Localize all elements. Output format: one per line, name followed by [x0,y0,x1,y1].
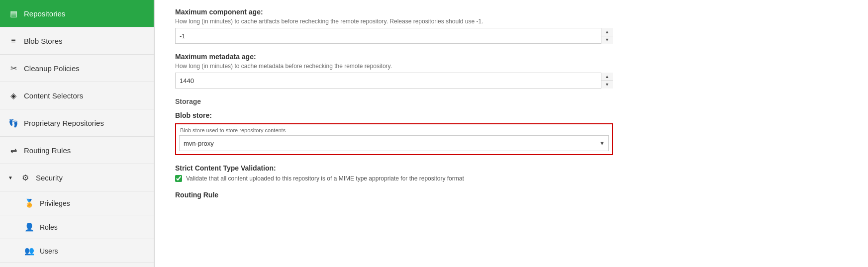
storage-section: Storage Blob store: Blob store used to s… [175,97,848,155]
max-metadata-age-hint: How long (in minutes) to cache metadata … [175,63,848,70]
sidebar-item-blob-stores-label: Blob Stores [24,37,63,45]
routing-rule-section: Routing Rule [175,191,848,199]
blob-store-select-wrapper: Blob store used to store repository cont… [175,123,613,155]
sidebar-item-blob-stores[interactable]: ≡ Blob Stores [0,27,154,55]
sidebar-item-content-selectors[interactable]: ◈ Content Selectors [0,82,154,109]
sidebar-item-repositories[interactable]: ▤ Repositories [0,0,154,27]
max-metadata-age-input-wrapper: ▲ ▼ [175,73,613,89]
max-metadata-age-down-button[interactable]: ▼ [601,81,613,89]
sidebar-item-users-label: Users [40,247,58,255]
content-selectors-icon: ◈ [8,91,19,100]
sidebar-item-routing-rules[interactable]: ⇌ Routing Rules [0,137,154,164]
strict-content-checkbox-row: Validate that all content uploaded to th… [175,175,848,182]
max-metadata-age-label: Maximum metadata age: [175,53,848,61]
sidebar-item-privileges[interactable]: 🏅 Privileges [0,191,154,215]
proprietary-repositories-icon: 👣 [8,118,19,128]
main-content: Maximum component age: How long (in minu… [155,0,868,267]
blob-store-label: Blob store: [175,111,848,119]
sidebar-item-roles[interactable]: 👤 Roles [0,215,154,239]
max-component-age-up-button[interactable]: ▲ [601,28,613,36]
security-icon: ⚙ [20,173,31,182]
storage-section-title: Storage [175,97,848,105]
max-component-age-label: Maximum component age: [175,8,848,16]
sidebar-item-roles-label: Roles [40,223,58,231]
sidebar-item-proprietary-repositories[interactable]: 👣 Proprietary Repositories [0,109,154,137]
blob-store-hint: Blob store used to store repository cont… [179,127,609,133]
sidebar-item-routing-rules-label: Routing Rules [24,146,71,155]
max-component-age-section: Maximum component age: How long (in minu… [175,8,848,44]
max-metadata-age-input[interactable] [175,73,613,89]
blob-store-select[interactable]: default mvn-proxy [179,135,609,151]
sidebar-item-proprietary-repositories-label: Proprietary Repositories [24,119,104,127]
sidebar-item-security[interactable]: ▼ ⚙ Security [0,164,154,191]
max-component-age-input-wrapper: ▲ ▼ [175,28,613,44]
sidebar-item-repositories-label: Repositories [24,9,65,18]
max-metadata-age-up-button[interactable]: ▲ [601,73,613,81]
blob-store-select-container: default mvn-proxy ▼ [179,135,609,151]
security-expand-arrow: ▼ [8,175,13,180]
strict-content-label: Strict Content Type Validation: [175,164,848,172]
sidebar: ▤ Repositories ≡ Blob Stores ✂ Cleanup P… [0,0,154,267]
max-metadata-age-spinner: ▲ ▼ [601,73,613,89]
sidebar-item-security-label: Security [36,174,63,182]
max-component-age-down-button[interactable]: ▼ [601,36,613,44]
max-component-age-input[interactable] [175,28,613,44]
max-component-age-hint: How long (in minutes) to cache artifacts… [175,18,848,25]
sidebar-item-cleanup-policies[interactable]: ✂ Cleanup Policies [0,55,154,82]
sidebar-item-privileges-label: Privileges [40,199,70,207]
strict-content-checkbox[interactable] [175,175,182,182]
blob-stores-icon: ≡ [8,36,19,45]
routing-rules-icon: ⇌ [8,146,19,155]
cleanup-policies-icon: ✂ [8,64,19,73]
users-icon: 👥 [24,246,35,256]
sidebar-item-cleanup-policies-label: Cleanup Policies [24,64,80,73]
max-metadata-age-section: Maximum metadata age: How long (in minut… [175,53,848,89]
roles-icon: 👤 [24,222,35,232]
privileges-icon: 🏅 [24,198,35,208]
strict-content-section: Strict Content Type Validation: Validate… [175,164,848,182]
repositories-icon: ▤ [8,9,19,18]
strict-content-checkbox-label: Validate that all content uploaded to th… [186,175,464,182]
max-component-age-spinner: ▲ ▼ [601,28,613,44]
routing-rule-label: Routing Rule [175,191,848,199]
sidebar-item-users[interactable]: 👥 Users [0,239,154,263]
sidebar-item-content-selectors-label: Content Selectors [24,91,83,100]
